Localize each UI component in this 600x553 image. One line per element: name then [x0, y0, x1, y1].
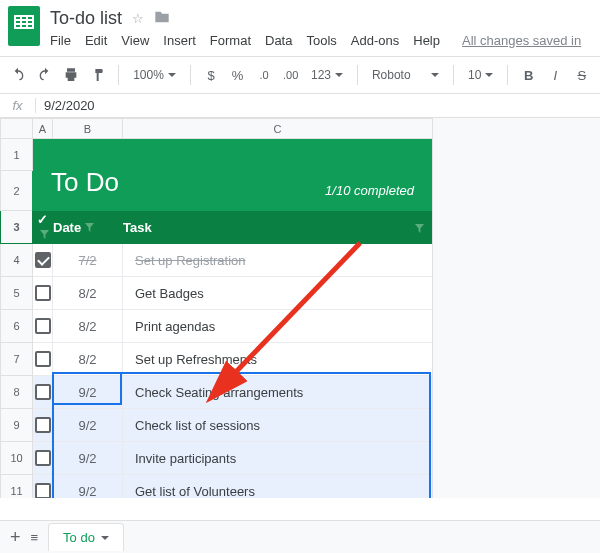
menu-file[interactable]: File	[50, 33, 71, 48]
col-date-label[interactable]: Date	[53, 220, 81, 235]
filter-icon[interactable]	[40, 227, 49, 242]
sheet-tab[interactable]: To do	[48, 523, 124, 551]
todo-row[interactable]: 109/2Invite participants	[1, 442, 433, 475]
column-headers[interactable]: A B C	[1, 119, 433, 139]
checkbox[interactable]	[35, 351, 51, 367]
font-size-select[interactable]: 10	[464, 68, 497, 82]
italic-icon[interactable]: I	[545, 64, 566, 86]
todo-row[interactable]: 99/2Check list of sessions	[1, 409, 433, 442]
font-select[interactable]: Roboto	[368, 68, 443, 82]
increase-decimal-icon[interactable]: .00	[280, 64, 301, 86]
filter-icon[interactable]	[85, 220, 94, 235]
checkbox[interactable]	[35, 318, 51, 334]
undo-icon[interactable]	[8, 64, 29, 86]
menu-help[interactable]: Help	[413, 33, 440, 48]
checkbox[interactable]	[35, 384, 51, 400]
row-header[interactable]: 11	[1, 475, 33, 499]
menu-bar: File Edit View Insert Format Data Tools …	[50, 29, 592, 56]
todo-row[interactable]: 68/2Print agendas	[1, 310, 433, 343]
todo-task[interactable]: Print agendas	[135, 319, 215, 334]
row-header[interactable]: 3	[1, 211, 33, 244]
checkbox[interactable]	[35, 252, 51, 268]
paint-format-icon[interactable]	[88, 64, 109, 86]
number-format-select[interactable]: 123	[307, 68, 347, 82]
star-icon[interactable]: ☆	[132, 11, 144, 26]
todo-task[interactable]: Set up Refreshments	[135, 352, 257, 367]
fx-value[interactable]: 9/2/2020	[36, 98, 95, 113]
todo-row[interactable]: 89/2Check Seating arrangements	[1, 376, 433, 409]
move-folder-icon[interactable]	[154, 10, 170, 27]
todo-task[interactable]: Check Seating arrangements	[135, 385, 303, 400]
menu-format[interactable]: Format	[210, 33, 251, 48]
todo-date[interactable]: 8/2	[78, 352, 96, 367]
spreadsheet-grid[interactable]: A B C 1 To Do 1/10 completed 2 3 ✓ Date …	[0, 118, 600, 498]
row-header[interactable]: 4	[1, 244, 33, 277]
menu-tools[interactable]: Tools	[306, 33, 336, 48]
todo-date[interactable]: 9/2	[78, 451, 96, 466]
checkbox[interactable]	[35, 285, 51, 301]
menu-data[interactable]: Data	[265, 33, 292, 48]
todo-date[interactable]: 7/2	[78, 253, 96, 268]
sheet-tab-bar: + ≡ To do	[0, 520, 600, 553]
row-header[interactable]: 7	[1, 343, 33, 376]
toolbar: 100% $ % .0 .00 123 Roboto 10 B I S	[0, 56, 600, 94]
menu-addons[interactable]: Add-ons	[351, 33, 399, 48]
todo-task[interactable]: Get list of Volunteers	[135, 484, 255, 499]
format-currency-icon[interactable]: $	[201, 64, 222, 86]
title-bar: To-do list ☆ File Edit View Insert Forma…	[0, 0, 600, 56]
todo-row[interactable]: 47/2Set up Registration	[1, 244, 433, 277]
menu-insert[interactable]: Insert	[163, 33, 196, 48]
add-sheet-icon[interactable]: +	[10, 527, 21, 548]
decrease-decimal-icon[interactable]: .0	[254, 64, 275, 86]
redo-icon[interactable]	[35, 64, 56, 86]
todo-date[interactable]: 9/2	[78, 484, 96, 499]
fx-label: fx	[0, 98, 36, 113]
bold-icon[interactable]: B	[518, 64, 539, 86]
row-header[interactable]: 1	[1, 139, 33, 171]
todo-row[interactable]: 58/2Get Badges	[1, 277, 433, 310]
row-header[interactable]: 5	[1, 277, 33, 310]
select-all-corner[interactable]	[1, 119, 33, 139]
todo-header: To Do 1/10 completed	[33, 139, 432, 210]
row-header[interactable]: 2	[1, 171, 33, 211]
zoom-select[interactable]: 100%	[129, 68, 180, 82]
todo-task[interactable]: Get Badges	[135, 286, 204, 301]
doc-title[interactable]: To-do list	[50, 8, 122, 29]
row-header[interactable]: 9	[1, 409, 33, 442]
todo-task[interactable]: Set up Registration	[135, 253, 246, 268]
grid-blank-area	[432, 118, 600, 498]
col-header-a[interactable]: A	[33, 119, 53, 139]
todo-date[interactable]: 8/2	[78, 286, 96, 301]
sheet-tab-menu-icon[interactable]	[101, 536, 109, 540]
strikethrough-icon[interactable]: S	[571, 64, 592, 86]
menu-view[interactable]: View	[121, 33, 149, 48]
filter-icon[interactable]	[415, 221, 424, 236]
col-header-c[interactable]: C	[123, 119, 433, 139]
todo-task[interactable]: Invite participants	[135, 451, 236, 466]
print-icon[interactable]	[61, 64, 82, 86]
col-header-b[interactable]: B	[53, 119, 123, 139]
col-task-label[interactable]: Task	[123, 220, 152, 235]
col-check-label[interactable]: ✓	[37, 212, 48, 227]
format-percent-icon[interactable]: %	[227, 64, 248, 86]
all-sheets-icon[interactable]: ≡	[31, 530, 39, 545]
todo-task[interactable]: Check list of sessions	[135, 418, 260, 433]
todo-row[interactable]: 119/2Get list of Volunteers	[1, 475, 433, 499]
formula-bar[interactable]: fx 9/2/2020	[0, 94, 600, 118]
row-header[interactable]: 6	[1, 310, 33, 343]
checkbox[interactable]	[35, 417, 51, 433]
todo-date[interactable]: 8/2	[78, 319, 96, 334]
todo-date[interactable]: 9/2	[78, 418, 96, 433]
todo-progress: 1/10 completed	[325, 183, 414, 198]
row-header[interactable]: 10	[1, 442, 33, 475]
save-status: All changes saved in	[462, 33, 581, 48]
todo-column-row: 3 ✓ Date Task	[1, 211, 433, 244]
todo-row[interactable]: 78/2Set up Refreshments	[1, 343, 433, 376]
row-header[interactable]: 8	[1, 376, 33, 409]
todo-title: To Do	[51, 167, 119, 198]
checkbox[interactable]	[35, 483, 51, 498]
menu-edit[interactable]: Edit	[85, 33, 107, 48]
todo-date[interactable]: 9/2	[78, 385, 96, 400]
sheets-app-icon[interactable]	[8, 6, 40, 46]
checkbox[interactable]	[35, 450, 51, 466]
